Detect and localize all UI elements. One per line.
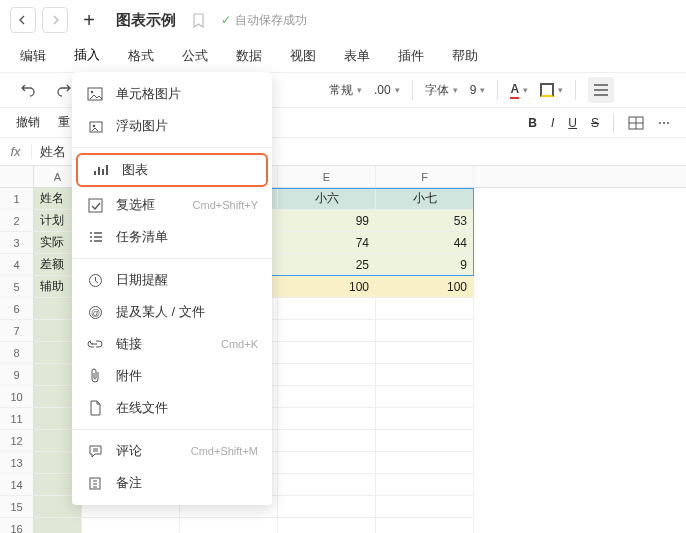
cell[interactable] xyxy=(376,342,474,364)
cell[interactable]: 74 xyxy=(278,232,376,254)
bold-button[interactable]: B xyxy=(528,116,537,130)
cell[interactable] xyxy=(278,474,376,496)
row-header[interactable]: 5 xyxy=(0,276,33,298)
menu-item-comment[interactable]: 评论Cmd+Shift+M xyxy=(72,435,272,467)
menu-help[interactable]: 帮助 xyxy=(452,47,478,65)
cell[interactable] xyxy=(376,408,474,430)
cell[interactable] xyxy=(376,496,474,518)
undo-icon[interactable] xyxy=(16,78,40,102)
underline-button[interactable]: U xyxy=(568,116,577,130)
cell[interactable] xyxy=(278,386,376,408)
italic-button[interactable]: I xyxy=(551,116,554,130)
number-format-dropdown[interactable]: 常规 ▾ xyxy=(329,82,362,99)
menu-item-checkbox[interactable]: 复选框Cmd+Shift+Y xyxy=(72,189,272,221)
menu-item-chart[interactable]: 图表 xyxy=(76,153,268,187)
cell[interactable] xyxy=(82,518,180,533)
row-header[interactable]: 2 xyxy=(0,210,33,232)
cell[interactable] xyxy=(376,320,474,342)
cell-style-icon[interactable] xyxy=(628,116,644,130)
cell[interactable] xyxy=(278,518,376,533)
row-header[interactable]: 11 xyxy=(0,408,33,430)
menu-item-image-cell[interactable]: 单元格图片 xyxy=(72,78,272,110)
menu-format[interactable]: 格式 xyxy=(128,47,154,65)
cell[interactable]: 100 xyxy=(278,276,376,298)
menu-item-list[interactable]: 任务清单 xyxy=(72,221,272,253)
undo-label[interactable]: 撤销 xyxy=(16,114,40,131)
cell[interactable]: 25 xyxy=(278,254,376,276)
cell[interactable] xyxy=(376,386,474,408)
select-all-corner[interactable] xyxy=(0,166,33,188)
cell[interactable] xyxy=(278,496,376,518)
menu-item-attach[interactable]: 附件 xyxy=(72,360,272,392)
cell[interactable] xyxy=(376,452,474,474)
menu-view[interactable]: 视图 xyxy=(290,47,316,65)
bookmark-icon[interactable] xyxy=(192,13,205,28)
autosave-label: 自动保存成功 xyxy=(235,12,307,29)
menu-form[interactable]: 表单 xyxy=(344,47,370,65)
cell[interactable] xyxy=(376,430,474,452)
row-header[interactable]: 16 xyxy=(0,518,33,533)
row-header[interactable]: 1 xyxy=(0,188,33,210)
row-header[interactable]: 14 xyxy=(0,474,33,496)
menu-data[interactable]: 数据 xyxy=(236,47,262,65)
menu-formula[interactable]: 公式 xyxy=(182,47,208,65)
cell[interactable] xyxy=(278,430,376,452)
cell[interactable]: 99 xyxy=(278,210,376,232)
row-header[interactable]: 6 xyxy=(0,298,33,320)
row-header[interactable]: 15 xyxy=(0,496,33,518)
cell[interactable] xyxy=(278,342,376,364)
nav-back-button[interactable] xyxy=(10,7,36,33)
menu-item-onlinefile[interactable]: 在线文件 xyxy=(72,392,272,424)
cell[interactable] xyxy=(278,408,376,430)
document-title[interactable]: 图表示例 xyxy=(116,11,176,30)
row-header[interactable]: 10 xyxy=(0,386,33,408)
row-header[interactable]: 13 xyxy=(0,452,33,474)
font-size-dropdown[interactable]: 9 ▾ xyxy=(470,83,486,97)
row-header[interactable]: 4 xyxy=(0,254,33,276)
row-header[interactable]: 12 xyxy=(0,430,33,452)
menu-item-link[interactable]: 链接Cmd+K xyxy=(72,328,272,360)
cell[interactable] xyxy=(376,298,474,320)
fill-color-dropdown[interactable]: ▾ xyxy=(540,83,563,97)
menu-item-clock[interactable]: 日期提醒 xyxy=(72,264,272,296)
font-color-dropdown[interactable]: A ▾ xyxy=(510,82,528,99)
cell[interactable]: 小七 xyxy=(376,188,474,210)
menu-edit[interactable]: 编辑 xyxy=(20,47,46,65)
new-tab-button[interactable]: + xyxy=(74,5,104,35)
row-header[interactable]: 7 xyxy=(0,320,33,342)
cell[interactable] xyxy=(278,452,376,474)
cell[interactable]: 53 xyxy=(376,210,474,232)
cell[interactable] xyxy=(278,320,376,342)
menu-item-note[interactable]: 备注 xyxy=(72,467,272,499)
font-family-dropdown[interactable]: 字体 ▾ xyxy=(425,82,458,99)
column-header[interactable]: E xyxy=(278,166,376,187)
nav-forward-button[interactable] xyxy=(42,7,68,33)
align-button[interactable] xyxy=(588,77,614,103)
row-header[interactable]: 9 xyxy=(0,364,33,386)
comment-icon xyxy=(86,442,104,460)
cell[interactable]: 9 xyxy=(376,254,474,276)
cell[interactable] xyxy=(376,474,474,496)
fx-value[interactable]: 姓名 xyxy=(32,143,74,161)
cell[interactable] xyxy=(376,518,474,533)
menu-plugin[interactable]: 插件 xyxy=(398,47,424,65)
row-header[interactable]: 3 xyxy=(0,232,33,254)
cell[interactable]: 小六 xyxy=(278,188,376,210)
menu-insert[interactable]: 插入 xyxy=(74,46,100,66)
cell[interactable] xyxy=(278,364,376,386)
strike-button[interactable]: S xyxy=(591,116,599,130)
column-header[interactable]: F xyxy=(376,166,474,187)
menu-item-mention[interactable]: @提及某人 / 文件 xyxy=(72,296,272,328)
menu-item-image-float[interactable]: 浮动图片 xyxy=(72,110,272,142)
cell[interactable]: 100 xyxy=(376,276,474,298)
cell[interactable] xyxy=(180,518,278,533)
cell[interactable] xyxy=(278,298,376,320)
decimals-dropdown[interactable]: .00 ▾ xyxy=(374,83,400,97)
redo-label[interactable]: 重 xyxy=(58,114,70,131)
cell[interactable] xyxy=(34,518,82,533)
cell[interactable] xyxy=(376,364,474,386)
cell[interactable]: 44 xyxy=(376,232,474,254)
row-header[interactable]: 8 xyxy=(0,342,33,364)
more-icon[interactable]: ⋯ xyxy=(658,116,670,130)
clock-icon xyxy=(86,271,104,289)
